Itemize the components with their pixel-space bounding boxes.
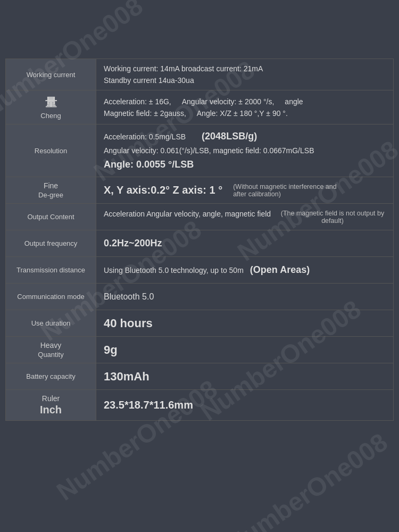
row-comm-mode: Communication mode Bluetooth 5.0 [6, 284, 393, 310]
row-output-freq: Output frequency 0.2Hz~200Hz [6, 230, 393, 257]
range-cheng: Cheng [40, 112, 61, 120]
range-row2: Magnetic field: ± 2gauss, Angle: X/Z ± 1… [104, 109, 386, 118]
res-accel: Acceleration: 0.5mg/LSB [104, 132, 186, 141]
res-angle: Angle: 0.0055 °/LSB [104, 159, 194, 170]
label-output-freq: Output frequency [6, 230, 96, 256]
value-battery: 130mAh [96, 363, 393, 389]
res-lsb: (2048LSB/g) [202, 131, 257, 142]
fine-label: Fine [44, 181, 58, 190]
label-weight: Heavy Quantity [6, 337, 96, 363]
value-comm-mode: Bluetooth 5.0 [96, 284, 393, 310]
label-comm-mode: Communication mode [6, 284, 96, 310]
row-fine: Fine De-gree X, Y axis:0.2° Z axis: 1 ° … [6, 177, 393, 204]
inch-label: Inch [40, 404, 62, 416]
row-use-duration: Use duration 40 hours [6, 310, 393, 337]
output-content-right: (The magnetic field is not output by def… [279, 210, 386, 225]
value-fine: X, Y axis:0.2° Z axis: 1 ° (Without magn… [96, 177, 393, 203]
row-battery: Battery capacity 130mAh [6, 363, 393, 390]
output-content-wrapper: Acceleration Angular velocity, angle, ma… [104, 210, 386, 225]
output-content-left: Acceleration Angular velocity, angle, ma… [104, 210, 279, 218]
quantity-label: Quantity [38, 351, 63, 359]
working-current-line2: Standby current 14ua-30ua [104, 76, 194, 85]
resolution-top: Acceleration: 0.5mg/LSB (2048LSB/g) [104, 131, 257, 142]
label-output-content: Output Content [6, 204, 96, 230]
value-range: Acceleration: ± 16G, Angular velocity: ±… [96, 90, 393, 124]
label-ruler-split: Ruler Inch [40, 394, 62, 416]
row-ruler: Ruler Inch 23.5*18.7*11.6mm [6, 390, 393, 420]
weight-value: 9g [104, 343, 118, 357]
ruler-label: Ruler [42, 394, 60, 403]
label-range: 量 Cheng [6, 90, 96, 124]
row-transmission: Transmission distance Using Bluetooth 5.… [6, 257, 393, 284]
range-angle: angle [285, 97, 303, 106]
value-weight: 9g [96, 337, 393, 363]
label-use-duration: Use duration [6, 310, 96, 336]
freq-value: 0.2Hz~200Hz [104, 238, 162, 249]
fine-axes: X, Y axis:0.2° Z axis: 1 ° [104, 184, 222, 196]
value-ruler: 23.5*18.7*11.6mm [96, 390, 393, 420]
range-row1: Acceleration: ± 16G, Angular velocity: ±… [104, 97, 386, 106]
label-ruler: Ruler Inch [6, 390, 96, 420]
range-accel: Acceleration: ± 16G, [104, 97, 171, 106]
label-battery: Battery capacity [6, 363, 96, 389]
value-transmission: Using Bluetooth 5.0 technology, up to 50… [96, 257, 393, 283]
label-fine: Fine De-gree [6, 177, 96, 203]
value-working-current: Working current: 14mA broadcast current:… [96, 59, 393, 90]
label-transmission: Transmission distance [6, 257, 96, 283]
row-resolution: Resolution Acceleration: 0.5mg/LSB (2048… [6, 124, 393, 177]
battery-value: 130mAh [104, 370, 149, 384]
fine-note: (Without magnetic interference and after… [233, 183, 350, 198]
label-fine-split: Fine De-gree [38, 181, 63, 199]
value-output-content: Acceleration Angular velocity, angle, ma… [96, 204, 393, 230]
comm-mode-value: Bluetooth 5.0 [104, 292, 154, 302]
duration-value: 40 hours [104, 317, 153, 330]
spec-table: Working current Working current: 14mA br… [5, 59, 394, 421]
row-weight: Heavy Quantity 9g [6, 337, 393, 363]
transmission-note: (Open Areas) [250, 264, 310, 276]
range-magnetic: Magnetic field: ± 2gauss, [104, 109, 186, 118]
label-resolution: Resolution [6, 124, 96, 177]
working-current-line1: Working current: 14mA broadcast current:… [104, 64, 263, 73]
degree-label: De-gree [38, 191, 63, 199]
transmission-text: Using Bluetooth 5.0 technology, up to 50… [104, 266, 244, 275]
value-use-duration: 40 hours [96, 310, 393, 336]
heavy-label: Heavy [40, 341, 62, 350]
row-working-current: Working current Working current: 14mA br… [6, 59, 393, 90]
watermark-7: NumberOne008 [221, 427, 393, 532]
value-output-freq: 0.2Hz~200Hz [96, 230, 393, 256]
label-weight-split: Heavy Quantity [38, 341, 63, 359]
row-output-content: Output Content Acceleration Angular velo… [6, 204, 393, 230]
res-angular: Angular velocity: 0.061(°/s)/LSB, magnet… [104, 146, 314, 155]
row-range: 量 Cheng Acceleration: ± 16G, Angular vel… [6, 90, 393, 124]
range-angle2: Angle: X/Z ± 180 °,Y ± 90 °. [197, 109, 288, 118]
range-angular: Angular velocity: ± 2000 °/s, [182, 97, 275, 106]
range-char: 量 [45, 95, 57, 111]
ruler-value: 23.5*18.7*11.6mm [104, 399, 193, 411]
label-range-split: 量 Cheng [40, 95, 61, 120]
label-working-current: Working current [6, 59, 96, 90]
value-resolution: Acceleration: 0.5mg/LSB (2048LSB/g) Angu… [96, 124, 393, 177]
